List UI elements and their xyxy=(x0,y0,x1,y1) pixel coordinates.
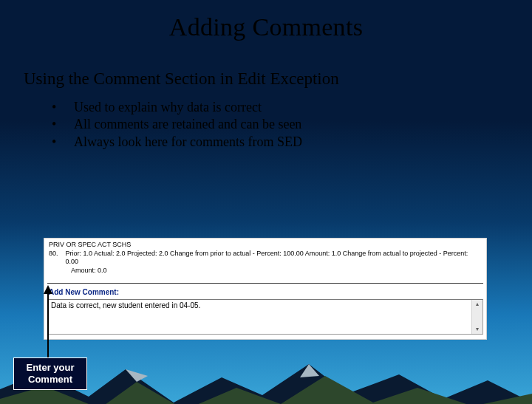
list-item: • Used to explain why data is correct xyxy=(52,99,532,116)
comment-input-value: Data is correct, new student entered in … xyxy=(51,301,200,309)
bullet-list: • Used to explain why data is correct • … xyxy=(52,99,532,151)
panel-header: PRIV OR SPEC ACT SCHS 80. Prior: 1.0 Act… xyxy=(44,239,486,280)
bullet-text: Always look here for comments from SED xyxy=(74,134,302,151)
row-number: 80. xyxy=(49,250,58,267)
slide: Adding Comments Using the Comment Sectio… xyxy=(0,13,532,404)
add-comment-label: Add New Comment: xyxy=(44,284,486,299)
callout-text: Enter your Comment xyxy=(17,362,83,386)
list-item: • All comments are retained and can be s… xyxy=(52,116,532,133)
section-heading: Using the Comment Section in Edit Except… xyxy=(24,69,532,89)
bullet-text: All comments are retained and can be see… xyxy=(74,116,301,133)
svg-marker-1 xyxy=(44,285,52,294)
arrow-icon xyxy=(44,285,66,360)
stats-text: Prior: 1.0 Actual: 2.0 Projected: 2.0 Ch… xyxy=(66,250,482,267)
bullet-icon: • xyxy=(52,116,74,133)
panel-header-label: PRIV OR SPEC ACT SCHS xyxy=(49,241,482,250)
comment-panel: PRIV OR SPEC ACT SCHS 80. Prior: 1.0 Act… xyxy=(44,238,487,340)
bullet-icon: • xyxy=(52,134,74,151)
list-item: • Always look here for comments from SED xyxy=(52,134,532,151)
callout-label: Enter your Comment xyxy=(13,357,87,390)
scroll-up-icon[interactable]: ▴ xyxy=(472,300,482,309)
bullet-icon: • xyxy=(52,99,74,116)
slide-title: Adding Comments xyxy=(0,13,532,41)
stats-text-line2: Amount: 0.0 xyxy=(71,267,482,275)
bullet-text: Used to explain why data is correct xyxy=(74,99,262,116)
